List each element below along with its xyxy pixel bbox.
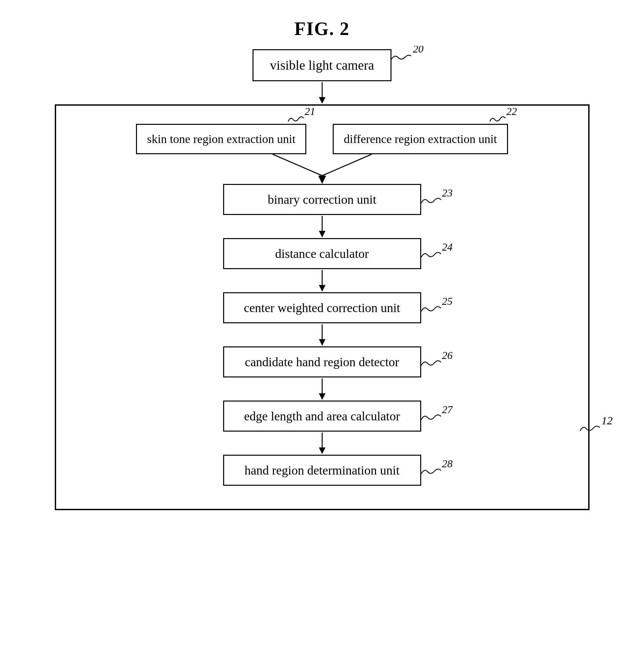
ref-28-wavy: 28 bbox=[420, 458, 459, 476]
svg-marker-8 bbox=[318, 176, 326, 184]
edge-length-area-calculator-box: edge length and area calculator bbox=[223, 401, 421, 432]
svg-text:23: 23 bbox=[442, 187, 453, 199]
svg-text:27: 27 bbox=[442, 404, 453, 415]
hand-region-determination-box: hand region determination unit bbox=[223, 455, 421, 486]
center-weighted-correction-box: center weighted correction unit bbox=[223, 292, 421, 323]
main-system-box: 12 21 skin tone region extracti bbox=[55, 104, 590, 510]
svg-text:26: 26 bbox=[442, 350, 453, 361]
ref-26-wavy: 26 bbox=[420, 350, 459, 368]
arrow-camera-to-main bbox=[317, 82, 327, 104]
svg-text:12: 12 bbox=[602, 415, 613, 427]
svg-text:25: 25 bbox=[442, 295, 453, 307]
ref-20-wavy: 20 bbox=[388, 46, 428, 62]
svg-line-6 bbox=[273, 154, 322, 176]
arrow-edge-to-hand bbox=[317, 433, 327, 454]
ref-23-wavy: 23 bbox=[420, 187, 459, 205]
page-title: FIG. 2 bbox=[0, 0, 644, 39]
svg-text:20: 20 bbox=[413, 46, 424, 55]
difference-region-extraction-box: difference region extraction unit bbox=[333, 124, 508, 154]
arrow-candidate-to-edge bbox=[317, 378, 327, 400]
ref-27-wavy: 27 bbox=[420, 404, 459, 422]
svg-text:21: 21 bbox=[305, 106, 315, 117]
svg-marker-17 bbox=[319, 339, 325, 346]
svg-marker-11 bbox=[319, 231, 325, 238]
dual-arrows-to-binary bbox=[207, 154, 438, 184]
ref-25-wavy: 25 bbox=[420, 295, 459, 314]
svg-text:24: 24 bbox=[442, 241, 453, 253]
svg-marker-20 bbox=[319, 393, 325, 400]
arrow-distance-to-center bbox=[317, 270, 327, 292]
skin-tone-region-extraction-box: skin tone region extraction unit bbox=[136, 124, 306, 154]
binary-correction-unit-box: binary correction unit bbox=[223, 184, 421, 215]
ref-22-wavy: 22 bbox=[488, 106, 518, 124]
candidate-hand-region-detector-box: candidate hand region detector bbox=[223, 346, 421, 377]
svg-line-7 bbox=[322, 154, 372, 176]
visible-light-camera-box: visible light camera bbox=[253, 49, 391, 81]
ref-12-wavy: 12 bbox=[578, 415, 621, 435]
distance-calculator-box: distance calculator bbox=[223, 238, 421, 269]
arrow-binary-to-distance bbox=[317, 216, 327, 238]
svg-marker-23 bbox=[319, 447, 325, 454]
arrow-center-to-candidate bbox=[317, 324, 327, 346]
svg-text:28: 28 bbox=[442, 458, 453, 470]
ref-21-wavy: 21 bbox=[286, 106, 316, 124]
svg-marker-2 bbox=[319, 97, 325, 104]
svg-marker-14 bbox=[319, 285, 325, 292]
ref-24-wavy: 24 bbox=[420, 241, 459, 259]
svg-text:22: 22 bbox=[506, 106, 517, 117]
